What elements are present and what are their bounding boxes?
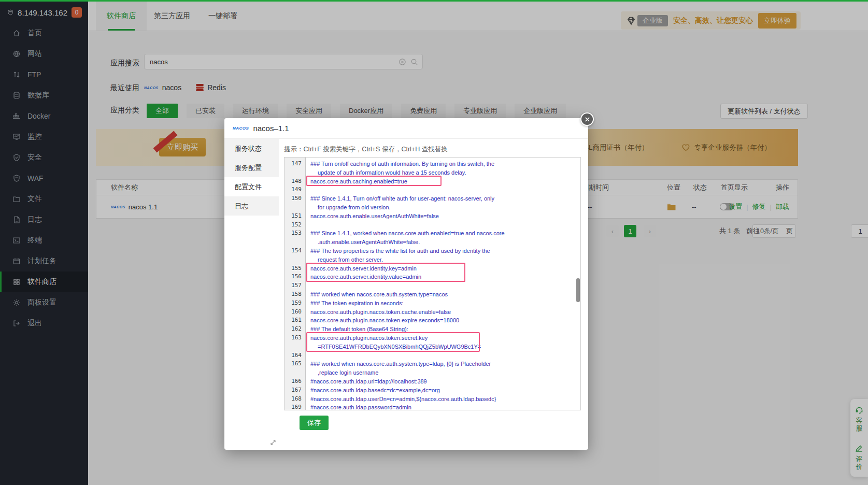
code-segment: ### Turn on/off caching of auth informat…	[310, 160, 580, 168]
code-line: 158### worked when nacos.core.auth.syste…	[284, 290, 580, 299]
app-root: 8.149.143.162 0 首页网站FTP数据库Docker监控安全WAF文…	[0, 0, 868, 485]
line-number: 149	[284, 186, 305, 194]
code-segment: update of auth information would have a …	[310, 168, 580, 177]
modal-tab-log[interactable]: 日志	[224, 196, 279, 216]
code-segment: ### The token expiration in seconds:	[310, 299, 580, 308]
code-line: 156nacos.core.auth.server.identity.value…	[284, 273, 580, 281]
config-file-editor[interactable]: 147### Turn on/off caching of auth infor…	[284, 157, 581, 410]
code-segment	[310, 281, 580, 290]
save-button[interactable]: 保存	[300, 416, 329, 430]
code-text: nacos.core.auth.server.identity.value=ad…	[305, 273, 580, 281]
line-number: 154	[284, 247, 305, 264]
line-number: 155	[284, 264, 305, 273]
line-number: 160	[284, 308, 305, 317]
code-segment: nacos.core.auth.plugin.nacos.token.secre…	[310, 334, 580, 343]
line-number: 166	[284, 377, 305, 386]
code-line: 152	[284, 221, 580, 230]
code-text	[305, 221, 580, 230]
code-segment: ### The default token (Base64 String):	[310, 325, 580, 334]
line-number: 164	[284, 351, 305, 360]
code-line: 153### Since 1.4.1, worked when nacos.co…	[284, 229, 580, 247]
modal-tab-config-file[interactable]: 配置文件	[224, 177, 279, 196]
modal-tab-service-config[interactable]: 服务配置	[224, 158, 279, 177]
modal-tabs: 服务状态服务配置配置文件日志	[224, 139, 279, 216]
code-text: nacos.core.auth.server.identity.key=admi…	[305, 264, 580, 273]
code-line: 167#nacos.core.auth.ldap.basedc=dc=examp…	[284, 386, 580, 395]
code-line: 169#nacos.core.auth.ldap.password=admin	[284, 403, 580, 410]
code-text: ### Since 1.4.1, Turn on/off white auth …	[305, 194, 580, 212]
line-number: 165	[284, 360, 305, 377]
line-number: 156	[284, 273, 305, 281]
code-segment: ### The two properties is the white list…	[310, 247, 580, 255]
editor-scrollbar-thumb[interactable]	[576, 278, 580, 302]
line-number: 167	[284, 386, 305, 395]
code-text: ### The token expiration in seconds:	[305, 299, 580, 308]
nacos-config-modal: NACOS nacos–1.1 服务状态服务配置配置文件日志 提示：Ctrl+F…	[224, 118, 588, 450]
code-text: ### worked when nacos.core.auth.system.t…	[305, 360, 580, 377]
code-segment: nacos.core.auth.server.identity.value=ad…	[310, 273, 580, 281]
line-number: 157	[284, 281, 305, 290]
line-number: 159	[284, 299, 305, 308]
code-segment: nacos.core.auth.caching.enabled=true	[310, 177, 580, 186]
code-text: #nacos.core.auth.ldap.userDn=cn=admin,${…	[305, 395, 580, 404]
code-segment: request from other server.	[310, 255, 580, 264]
code-line: 148nacos.core.auth.caching.enabled=true	[284, 177, 580, 186]
code-line: 154### The two properties is the white l…	[284, 247, 580, 264]
code-segment: #nacos.core.auth.ldap.basedc=dc=example,…	[310, 386, 580, 395]
modal-header: NACOS nacos–1.1	[224, 118, 588, 139]
code-line: 157	[284, 281, 580, 290]
code-text: ### The two properties is the white list…	[305, 247, 580, 264]
editor-hint: 提示：Ctrl+F 搜索关键字，Ctrl+S 保存，Ctrl+H 查找替换	[284, 145, 448, 154]
code-segment: nacos.core.auth.plugin.nacos.token.expir…	[310, 316, 580, 325]
line-number: 152	[284, 221, 305, 230]
line-number: 153	[284, 229, 305, 247]
code-text: ### Turn on/off caching of auth informat…	[305, 160, 580, 177]
line-number: 161	[284, 316, 305, 325]
code-line: 168#nacos.core.auth.ldap.userDn=cn=admin…	[284, 395, 580, 404]
code-segment: #nacos.core.auth.ldap.url=ldap://localho…	[310, 377, 580, 386]
code-segment: nacos.core.auth.plugin.nacos.token.cache…	[310, 308, 580, 317]
code-line: 147### Turn on/off caching of auth infor…	[284, 160, 580, 177]
line-number: 158	[284, 290, 305, 299]
code-text: #nacos.core.auth.ldap.password=admin	[305, 403, 580, 410]
code-segment: #nacos.core.auth.ldap.userDn=cn=admin,${…	[310, 395, 580, 404]
line-number: 151	[284, 212, 305, 221]
code-segment: #nacos.core.auth.ldap.password=admin	[310, 403, 580, 410]
code-line: 159### The token expiration in seconds:	[284, 299, 580, 308]
modal-tab-service-status[interactable]: 服务状态	[224, 139, 279, 158]
code-segment	[310, 221, 580, 230]
code-line: 163nacos.core.auth.plugin.nacos.token.se…	[284, 334, 580, 351]
line-number: 163	[284, 334, 305, 351]
code-segment: =RTF0SE41WFRDbEQybXN0SXBibmhQQjZ5bWpUWG9…	[310, 343, 580, 351]
code-text: ### worked when nacos.core.auth.system.t…	[305, 290, 580, 299]
code-text: nacos.core.auth.caching.enabled=true	[305, 177, 580, 186]
code-line: 155nacos.core.auth.server.identity.key=a…	[284, 264, 580, 273]
code-line: 161nacos.core.auth.plugin.nacos.token.ex…	[284, 316, 580, 325]
code-segment	[310, 186, 580, 194]
code-text	[305, 281, 580, 290]
code-text: nacos.core.auth.enable.userAgentAuthWhit…	[305, 212, 580, 221]
code-line: 149	[284, 186, 580, 194]
code-line: 162### The default token (Base64 String)…	[284, 325, 580, 334]
code-text: ### The default token (Base64 String):	[305, 325, 580, 334]
code-text: nacos.core.auth.plugin.nacos.token.expir…	[305, 316, 580, 325]
code-segment: ### Since 1.4.1, worked when nacos.core.…	[310, 229, 580, 238]
code-text: #nacos.core.auth.ldap.url=ldap://localho…	[305, 377, 580, 386]
close-icon[interactable]	[580, 112, 594, 126]
line-number: 169	[284, 403, 305, 410]
code-segment: nacos.core.auth.enable.userAgentAuthWhit…	[310, 212, 580, 221]
code-line: 165### worked when nacos.core.auth.syste…	[284, 360, 580, 377]
code-line: 166#nacos.core.auth.ldap.url=ldap://loca…	[284, 377, 580, 386]
code-text: nacos.core.auth.plugin.nacos.token.cache…	[305, 308, 580, 317]
code-text	[305, 186, 580, 194]
code-text: #nacos.core.auth.ldap.basedc=dc=example,…	[305, 386, 580, 395]
code-segment: ,replace login username	[310, 368, 580, 377]
resize-handle-icon[interactable]	[269, 438, 277, 447]
code-text: ### Since 1.4.1, worked when nacos.core.…	[305, 229, 580, 247]
code-lines: 147### Turn on/off caching of auth infor…	[284, 158, 580, 410]
code-segment: for upgrade from old version.	[310, 203, 580, 212]
code-line: 151nacos.core.auth.enable.userAgentAuthW…	[284, 212, 580, 221]
line-number: 147	[284, 160, 305, 177]
code-segment	[310, 351, 580, 360]
code-segment: ### worked when nacos.core.auth.system.t…	[310, 290, 580, 299]
